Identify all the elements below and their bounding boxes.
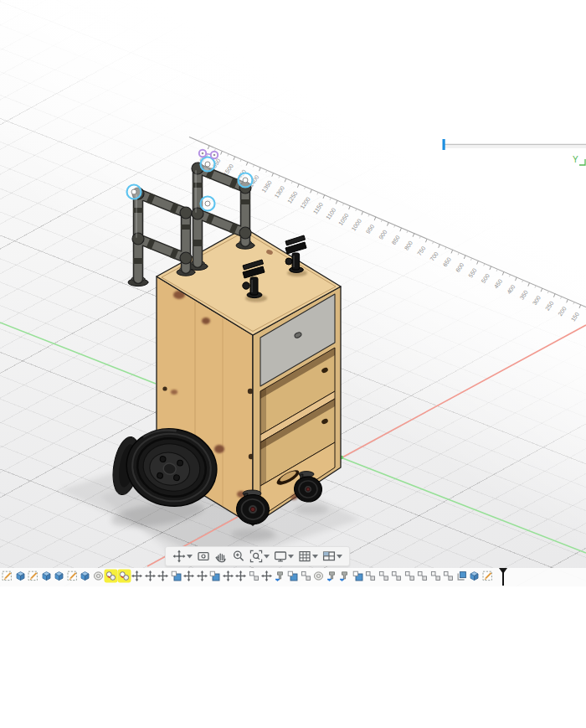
ruler-label: 850	[390, 235, 400, 246]
ruler-zero-marker[interactable]	[443, 139, 445, 150]
chevron-down-icon[interactable]	[337, 555, 342, 559]
timeline-rigid-group-icon[interactable]	[404, 571, 415, 581]
timeline-ground-icon[interactable]	[326, 571, 337, 581]
opening-side-shadow	[260, 439, 266, 486]
timeline-extrude-icon[interactable]	[15, 571, 26, 581]
timeline-move-icon[interactable]	[235, 571, 246, 581]
ruler-label: 1200	[299, 196, 311, 210]
timeline-rigid-group-icon[interactable]	[378, 571, 389, 581]
timeline-move-icon[interactable]	[223, 571, 234, 581]
display-settings-icon	[274, 550, 287, 563]
viewports-button[interactable]	[321, 549, 343, 564]
ruler-label: 750	[416, 245, 426, 257]
joint-origin-indicator[interactable]	[199, 150, 206, 157]
y-axis-line	[341, 457, 586, 553]
ruler-label: 250	[544, 300, 554, 312]
timeline-sketch-icon[interactable]	[28, 571, 39, 581]
chevron-down-icon[interactable]	[187, 555, 193, 559]
ruler-label: 1250	[286, 190, 299, 204]
fit-button[interactable]	[249, 549, 270, 564]
timeline-move-icon[interactable]	[261, 571, 272, 581]
ruler-label: 450	[493, 278, 503, 290]
timeline-extrude-icon[interactable]	[41, 571, 52, 581]
axis-mini-ruler: Y	[443, 139, 586, 165]
timeline-sketch-icon[interactable]	[2, 571, 13, 581]
application-window: 1600155015001450140013501300125012001150…	[0, 0, 586, 728]
timeline-rigid-group-icon[interactable]	[443, 571, 454, 581]
timeline-extrude-icon[interactable]	[80, 571, 90, 581]
timeline-combine-icon[interactable]	[287, 571, 298, 581]
timeline-rigid-group-icon[interactable]	[301, 571, 311, 581]
timeline-corner-icon[interactable]	[456, 571, 467, 581]
ruler-label: 300	[532, 295, 542, 307]
ruler-label: 1050	[337, 212, 350, 226]
look-at-icon	[197, 550, 210, 563]
ruler-label: 200	[557, 306, 567, 318]
zoom-button[interactable]	[231, 549, 246, 564]
joint-origin-indicator[interactable]	[211, 152, 218, 158]
playhead-stem	[502, 570, 504, 586]
timeline-move-icon[interactable]	[131, 571, 142, 581]
ruler-label: 400	[506, 283, 516, 295]
display-settings-button[interactable]	[273, 549, 295, 564]
chevron-down-icon[interactable]	[312, 555, 318, 559]
joint-dof-indicator[interactable]	[127, 185, 141, 199]
timeline-sketch-icon[interactable]	[482, 571, 493, 581]
timeline-combine-icon[interactable]	[352, 571, 363, 581]
timeline-sketch-icon[interactable]	[67, 571, 78, 581]
timeline-move-icon[interactable]	[157, 571, 168, 581]
pan-icon	[214, 550, 228, 563]
timeline-ground-icon[interactable]	[339, 571, 350, 581]
timeline-rigid-group-icon[interactable]	[430, 571, 441, 581]
navigation-toolbar	[165, 546, 350, 566]
timeline-ground-icon[interactable]	[275, 571, 285, 581]
3d-viewport[interactable]: 1600155015001450140013501300125012001150…	[0, 0, 586, 586]
ruler-label: 950	[365, 223, 375, 235]
pan-button[interactable]	[213, 549, 229, 564]
opening-side-shadow	[260, 388, 266, 435]
bottom-margin	[0, 586, 586, 728]
ruler-label: 350	[518, 289, 528, 301]
timeline-move-icon[interactable]	[145, 571, 156, 581]
timeline-rigid-group-icon[interactable]	[417, 571, 428, 581]
ruler-label: 800	[404, 240, 414, 251]
ruler-label: 650	[442, 256, 452, 268]
orbit-icon	[172, 550, 186, 563]
timeline-joint-icon[interactable]	[105, 571, 116, 581]
caster-hub	[306, 488, 310, 491]
timeline-extrude-icon[interactable]	[469, 571, 480, 581]
ruler-label: 1000	[350, 218, 362, 232]
timeline-form-icon[interactable]	[313, 571, 324, 581]
timeline-move-icon[interactable]	[197, 571, 208, 581]
timeline-playhead[interactable]	[498, 568, 508, 586]
timeline-combine-icon[interactable]	[171, 571, 182, 581]
joint-dof-indicator[interactable]	[239, 173, 253, 188]
ruler-label: 150	[570, 311, 580, 323]
chevron-down-icon[interactable]	[264, 555, 270, 559]
ruler-label: 700	[429, 250, 439, 262]
ruler-label: 1150	[312, 201, 324, 214]
ruler-label: 1100	[325, 207, 337, 220]
orbit-button[interactable]	[172, 549, 193, 564]
timeline-rigid-group-icon[interactable]	[365, 571, 376, 581]
grid-snaps-icon	[298, 550, 311, 563]
timeline-extrude-icon[interactable]	[54, 571, 64, 581]
design-timeline	[0, 568, 586, 586]
ruler-label: 600	[455, 261, 465, 273]
look-at-button[interactable]	[196, 549, 211, 564]
timeline-combine-icon[interactable]	[209, 571, 220, 581]
timeline-rigid-group-icon[interactable]	[391, 571, 402, 581]
timeline-joint-icon[interactable]	[119, 571, 130, 581]
timeline-form-icon[interactable]	[93, 571, 104, 581]
x-axis-line	[341, 325, 586, 458]
timeline-move-icon[interactable]	[183, 571, 194, 581]
grid-snaps-button[interactable]	[297, 549, 319, 564]
cart-model[interactable]	[109, 163, 341, 525]
timeline-feature-list	[2, 571, 495, 581]
joint-dof-indicator[interactable]	[201, 197, 215, 211]
joint-dof-indicator[interactable]	[201, 157, 215, 172]
ruler-label: 1300	[274, 185, 286, 199]
timeline-rigid-group-icon[interactable]	[249, 571, 260, 581]
chevron-down-icon[interactable]	[288, 555, 294, 559]
viewports-icon	[322, 550, 336, 563]
